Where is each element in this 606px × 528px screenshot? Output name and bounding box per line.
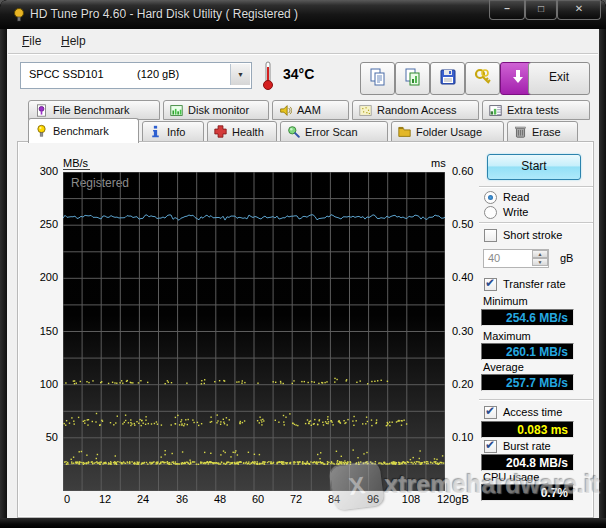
tab-benchmark[interactable]: Benchmark bbox=[28, 118, 139, 143]
access-time-dot bbox=[308, 463, 309, 464]
copy-icon bbox=[368, 67, 388, 91]
maximum-value: 260.1 MB/s bbox=[481, 343, 574, 360]
access-time-dot bbox=[251, 463, 252, 464]
access-time-dot bbox=[310, 461, 311, 462]
separator bbox=[479, 222, 593, 224]
access-time-dot bbox=[173, 463, 174, 464]
access-time-dot bbox=[66, 464, 67, 465]
access-time-dot bbox=[113, 424, 114, 425]
tab-health[interactable]: Health bbox=[207, 121, 277, 142]
tab-aam[interactable]: AAM bbox=[272, 100, 349, 120]
cpu-usage-label: CPU usage bbox=[483, 470, 539, 484]
tab-extra-tests[interactable]: Extra tests bbox=[482, 100, 590, 120]
access-time-dot bbox=[312, 462, 313, 463]
access-time-dot bbox=[344, 460, 345, 461]
tab-info[interactable]: Info bbox=[142, 121, 204, 142]
read-radio[interactable] bbox=[484, 191, 497, 204]
tab-file-benchmark[interactable]: File Benchmark bbox=[28, 100, 160, 120]
exit-button[interactable]: Exit bbox=[528, 62, 590, 95]
access-time-checkbox[interactable]: ✔ bbox=[484, 406, 497, 419]
axis-tick-label: 250 bbox=[26, 218, 58, 231]
tab-folder-usage[interactable]: Folder Usage bbox=[391, 121, 504, 142]
access-time-dot bbox=[131, 461, 132, 462]
register-keys-button[interactable] bbox=[465, 62, 500, 95]
axis-tick-label: 0.60 bbox=[452, 165, 486, 178]
access-time-dot bbox=[175, 417, 176, 418]
access-time-dot bbox=[327, 416, 328, 417]
access-time-dot bbox=[332, 424, 333, 425]
access-time-dot bbox=[225, 452, 226, 453]
access-time-dot bbox=[344, 423, 345, 424]
access-time-dot bbox=[346, 379, 347, 380]
tab-label: Error Scan bbox=[305, 126, 358, 138]
write-radio[interactable] bbox=[484, 206, 497, 219]
menu-help[interactable]: Help bbox=[57, 32, 90, 50]
access-time-dot bbox=[171, 424, 172, 425]
tab-disk-monitor[interactable]: Disk monitor bbox=[163, 100, 269, 120]
menu-separator bbox=[8, 53, 598, 55]
access-time-dot bbox=[108, 463, 109, 464]
copy-screenshot-button[interactable] bbox=[395, 62, 430, 95]
access-time-dot bbox=[79, 451, 80, 452]
maximize-button[interactable]: □ bbox=[525, 0, 557, 20]
access-time-dot bbox=[196, 464, 197, 465]
transfer-rate-checkbox[interactable]: ✔ bbox=[484, 278, 497, 291]
access-time-dot bbox=[211, 421, 212, 422]
magnifier-icon bbox=[287, 125, 300, 138]
access-time-dot bbox=[65, 382, 66, 383]
tab-random-access[interactable]: Random Access bbox=[352, 100, 479, 120]
spinner-down-button[interactable]: ▼ bbox=[532, 258, 548, 266]
close-button[interactable]: ✕ bbox=[557, 0, 601, 20]
access-time-dot bbox=[129, 461, 130, 462]
access-time-dot bbox=[220, 424, 221, 425]
access-time-dot bbox=[108, 383, 109, 384]
access-time-dot bbox=[259, 463, 260, 464]
start-button[interactable]: Start bbox=[487, 154, 581, 180]
access-time-dot bbox=[181, 424, 182, 425]
access-time-dot bbox=[282, 463, 283, 464]
access-time-dot bbox=[338, 463, 339, 464]
burst-rate-checkbox[interactable]: ✔ bbox=[484, 440, 497, 453]
short-stroke-size-spinner[interactable]: 40 ▲ ▼ bbox=[483, 249, 549, 268]
access-time-dot bbox=[263, 420, 264, 421]
spinner-up-button[interactable]: ▲ bbox=[532, 250, 548, 258]
tab-erase[interactable]: Erase bbox=[507, 121, 578, 142]
access-time-dot bbox=[217, 414, 218, 415]
access-time-dot bbox=[330, 420, 331, 421]
access-time-dot bbox=[294, 461, 295, 462]
access-time-dot bbox=[220, 421, 221, 422]
access-time-dot bbox=[207, 462, 208, 463]
access-time-dot bbox=[294, 424, 295, 425]
access-time-dot bbox=[367, 421, 368, 422]
minimum-label: Minimum bbox=[483, 294, 528, 308]
access-time-dot bbox=[184, 423, 185, 424]
access-time-dot bbox=[367, 383, 368, 384]
copy-text-button[interactable] bbox=[360, 62, 395, 95]
access-time-dot bbox=[401, 463, 402, 464]
access-time-dot bbox=[138, 382, 139, 383]
access-time-dot bbox=[95, 421, 96, 422]
access-time-dot bbox=[318, 462, 319, 463]
access-time-dot bbox=[414, 462, 415, 463]
access-time-dot bbox=[177, 415, 178, 416]
access-time-dot bbox=[257, 464, 258, 465]
access-time-dot bbox=[141, 420, 142, 421]
menu-file[interactable]: File bbox=[18, 32, 45, 50]
title-bar[interactable]: HD Tune Pro 4.60 - Hard Disk Utility ( R… bbox=[0, 0, 606, 30]
short-stroke-checkbox[interactable] bbox=[484, 229, 497, 242]
access-time-dot bbox=[83, 421, 84, 422]
access-time-dot bbox=[370, 461, 371, 462]
tab-error-scan[interactable]: Error Scan bbox=[280, 121, 388, 142]
drive-selector[interactable]: SPCC SSD101 (120 gB) ▼ bbox=[20, 62, 252, 89]
access-time-dot bbox=[192, 419, 193, 420]
minimize-button[interactable]: – bbox=[489, 0, 525, 20]
access-time-dot bbox=[117, 461, 118, 462]
access-time-dot bbox=[179, 424, 180, 425]
access-time-dot bbox=[362, 423, 363, 424]
access-time-dot bbox=[261, 424, 262, 425]
access-time-dot bbox=[244, 420, 245, 421]
access-time-dot bbox=[97, 454, 98, 455]
save-button[interactable] bbox=[430, 62, 465, 95]
drive-selector-dropdown-button[interactable]: ▼ bbox=[230, 64, 250, 85]
access-time-dot bbox=[176, 463, 177, 464]
